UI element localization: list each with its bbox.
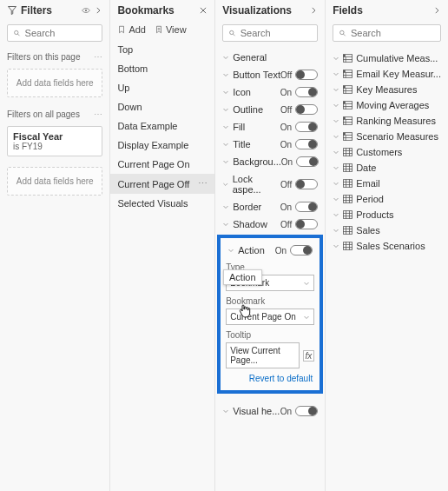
- field-label: Period: [356, 194, 384, 204]
- chevron-right-icon[interactable]: [94, 6, 102, 15]
- revert-to-default-link[interactable]: Revert to default: [227, 374, 313, 383]
- field-item[interactable]: Period: [326, 191, 448, 207]
- format-label: Fill: [233, 122, 245, 132]
- field-item[interactable]: Key Measures: [326, 82, 448, 97]
- bookmark-add-icon: [117, 25, 126, 34]
- format-row[interactable]: TitleOn: [215, 136, 325, 153]
- field-item[interactable]: Products: [326, 207, 448, 222]
- svg-point-1: [15, 30, 18, 34]
- bookmark-more-icon[interactable]: ⋯: [198, 178, 208, 189]
- toggle-switch[interactable]: [295, 179, 318, 189]
- format-label: Button Text: [233, 70, 280, 80]
- field-item[interactable]: Moving Averages: [326, 97, 448, 113]
- filters-page-section: Filters on this page⋯: [0, 49, 109, 65]
- format-label: Outline: [233, 104, 263, 115]
- chevron-down-icon: [333, 55, 339, 62]
- svg-rect-21: [344, 227, 352, 235]
- format-row[interactable]: General: [215, 49, 325, 66]
- field-item[interactable]: Ranking Measures: [326, 113, 448, 129]
- format-row[interactable]: IconOn: [215, 83, 325, 101]
- toggle-switch[interactable]: [296, 156, 319, 167]
- filters-search-input[interactable]: [25, 28, 97, 38]
- measure-table-icon: [343, 70, 352, 78]
- toggle-switch[interactable]: [295, 219, 318, 229]
- toggle-switch[interactable]: [295, 122, 318, 132]
- chevron-right-icon[interactable]: [309, 6, 318, 15]
- chevron-down-icon[interactable]: [227, 247, 234, 254]
- close-icon[interactable]: [199, 6, 208, 15]
- chevron-down-icon: [222, 123, 229, 130]
- format-row[interactable]: BorderOn: [215, 198, 325, 216]
- table-icon: [343, 242, 352, 250]
- toggle-switch[interactable]: [295, 202, 318, 212]
- format-row[interactable]: Lock aspe...Off: [215, 170, 325, 198]
- filters-all-dropzone[interactable]: Add data fields here: [7, 167, 102, 196]
- field-item[interactable]: Email: [326, 176, 448, 191]
- viz-search[interactable]: [222, 24, 318, 42]
- format-row[interactable]: FillOn: [215, 118, 325, 136]
- table-icon: [343, 210, 352, 219]
- field-label: Email: [356, 178, 380, 189]
- bookmark-item[interactable]: Data Example: [110, 116, 214, 136]
- field-item[interactable]: Date: [326, 160, 448, 176]
- fields-search[interactable]: [333, 24, 441, 42]
- filter-card-fiscal-year[interactable]: Fiscal Year is FY19: [7, 126, 102, 156]
- bookmarks-toolbar: Add View: [110, 21, 214, 40]
- field-label: Key Measures: [356, 84, 417, 95]
- chevron-down-icon: [333, 86, 339, 93]
- bookmarks-add-button[interactable]: Add: [117, 24, 146, 35]
- bookmark-item[interactable]: Up: [110, 78, 214, 97]
- fields-search-input[interactable]: [351, 28, 435, 38]
- visual-header-toggle[interactable]: [295, 406, 318, 416]
- toggle-switch[interactable]: [295, 87, 318, 97]
- action-toggle[interactable]: [290, 245, 313, 255]
- visual-header-label: Visual he...: [233, 406, 280, 416]
- toggle-text: Off: [280, 220, 292, 229]
- toggle-switch[interactable]: [295, 70, 318, 80]
- bookmarks-view-button[interactable]: View: [155, 24, 187, 35]
- format-row[interactable]: OutlineOff: [215, 101, 325, 118]
- filter-card-field: Fiscal Year: [13, 131, 96, 142]
- table-icon: [343, 163, 352, 172]
- bookmark-item[interactable]: Bottom: [110, 59, 214, 78]
- chevron-down-icon[interactable]: [222, 408, 229, 415]
- format-row[interactable]: Button TextOff: [215, 66, 325, 83]
- filter-card-value: is FY19: [13, 142, 96, 151]
- floating-tooltip: Action: [223, 269, 262, 285]
- viz-search-input[interactable]: [240, 28, 312, 38]
- toggle-text: On: [280, 202, 292, 212]
- field-item[interactable]: Email Key Measur...: [326, 66, 448, 82]
- search-icon: [228, 29, 236, 37]
- chevron-down-icon: [222, 181, 228, 188]
- format-row[interactable]: Backgrou...On: [215, 153, 325, 170]
- filters-search[interactable]: [7, 24, 102, 42]
- field-item[interactable]: Scenario Measures: [326, 129, 448, 144]
- bookmark-item[interactable]: Current Page Off⋯: [110, 174, 214, 194]
- bookmark-item[interactable]: Top: [110, 40, 214, 59]
- bookmark-item[interactable]: Down: [110, 97, 214, 116]
- eye-icon[interactable]: [82, 6, 90, 15]
- bookmark-item[interactable]: Display Example: [110, 136, 214, 155]
- action-tooltip-fx-button[interactable]: fx: [303, 350, 314, 362]
- chevron-right-icon[interactable]: [432, 6, 441, 15]
- field-item[interactable]: Cumulative Meas...: [326, 50, 448, 66]
- format-label: Shadow: [233, 219, 267, 229]
- svg-point-2: [230, 30, 234, 34]
- action-tooltip-input[interactable]: View Current Page...: [226, 342, 300, 368]
- field-item[interactable]: Sales Scenarios: [326, 238, 448, 254]
- toggle-text: Off: [280, 70, 292, 80]
- bookmark-view-icon: [155, 25, 163, 34]
- format-row[interactable]: ShadowOff: [215, 216, 325, 233]
- toggle-switch[interactable]: [295, 104, 318, 115]
- field-item[interactable]: Sales: [326, 222, 448, 238]
- toggle-switch[interactable]: [295, 139, 318, 149]
- bookmark-item[interactable]: Selected Visuals: [110, 194, 214, 213]
- field-item[interactable]: Customers: [326, 144, 448, 160]
- format-label: Lock aspe...: [233, 174, 280, 195]
- chevron-down-icon: [333, 102, 339, 109]
- filters-page-dropzone[interactable]: Add data fields here: [7, 69, 102, 97]
- bookmark-item[interactable]: Current Page On: [110, 155, 214, 174]
- fields-list: Cumulative Meas...Email Key Measur...Key…: [326, 49, 448, 254]
- visualizations-pane: Visualizations GeneralButton TextOffIcon…: [215, 0, 326, 491]
- filter-icon: [7, 5, 17, 16]
